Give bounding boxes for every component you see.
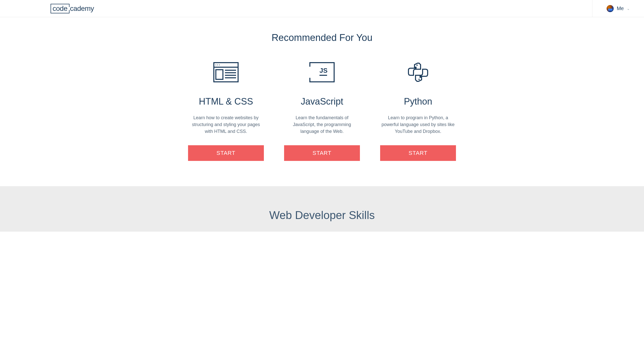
python-icon [408, 61, 428, 84]
card-javascript: JS JavaScript Learn the fundamentals of … [284, 61, 360, 161]
svg-point-4 [219, 65, 220, 65]
logo-text: cademy [70, 5, 94, 13]
cards-container: HTML & CSS Learn how to create websites … [0, 61, 644, 161]
chevron-down-icon: ⌄ [627, 7, 630, 11]
logo[interactable]: codecademy [51, 4, 94, 13]
next-section-title: Web Developer Skills [0, 209, 644, 222]
avatar [607, 5, 614, 12]
card-python: Python Learn to program in Python, a pow… [380, 61, 456, 161]
start-button-html-css[interactable]: START [188, 145, 264, 161]
card-html-css: HTML & CSS Learn how to create websites … [188, 61, 264, 161]
card-description: Learn to program in Python, a powerful l… [380, 114, 456, 135]
svg-point-2 [216, 65, 216, 65]
card-description: Learn how to create websites by structur… [188, 114, 264, 135]
logo-box: code [51, 4, 70, 13]
recommended-section: Recommended For You HTML & CSS Learn [0, 17, 644, 186]
user-menu[interactable]: Me ⌄ [592, 0, 644, 17]
svg-point-3 [217, 65, 218, 65]
start-button-python[interactable]: START [380, 145, 456, 161]
web-developer-section: Web Developer Skills [0, 186, 644, 232]
user-label: Me [617, 6, 624, 11]
site-header: codecademy Me ⌄ [0, 0, 644, 17]
card-description: Learn the fundamentals of JavaScript, th… [284, 114, 360, 135]
svg-text:JS: JS [319, 67, 328, 74]
start-button-javascript[interactable]: START [284, 145, 360, 161]
card-title: Python [404, 96, 432, 107]
svg-point-12 [417, 65, 418, 66]
browser-window-icon [213, 61, 239, 84]
svg-point-13 [419, 79, 420, 80]
javascript-icon: JS [309, 61, 335, 84]
section-title: Recommended For You [0, 32, 644, 43]
card-title: JavaScript [301, 96, 343, 107]
svg-rect-5 [216, 70, 223, 79]
card-title: HTML & CSS [199, 96, 253, 107]
